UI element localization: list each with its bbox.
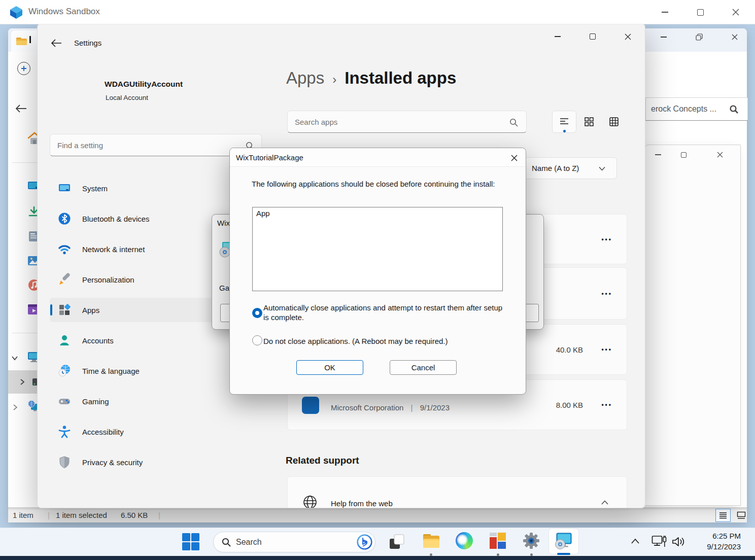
bg-window-minimize-button[interactable] bbox=[648, 148, 668, 161]
sandbox-minimize-button[interactable] bbox=[653, 4, 677, 20]
explorer-restore-button[interactable] bbox=[689, 29, 709, 45]
breadcrumb: Apps › Installed apps bbox=[286, 68, 456, 88]
more-options-button[interactable]: ••• bbox=[601, 401, 612, 408]
dialog-close-button[interactable] bbox=[504, 150, 524, 166]
chevron-down-icon[interactable] bbox=[11, 355, 18, 361]
back-arrow-icon[interactable] bbox=[14, 103, 27, 114]
background-window bbox=[644, 145, 741, 506]
settings-taskbar-button[interactable] bbox=[522, 532, 540, 550]
network-tray-icon[interactable] bbox=[651, 535, 667, 549]
sidebar-item-label: System bbox=[82, 184, 108, 193]
sandbox-titlebar: Windows Sandbox bbox=[0, 0, 755, 24]
tray-date-value: 9/12/2023 bbox=[688, 541, 741, 552]
files-in-use-dialog: WixTutorialPackage The following applica… bbox=[229, 148, 526, 395]
selected-tree-row[interactable] bbox=[8, 370, 39, 394]
applications-listbox[interactable]: App bbox=[252, 207, 503, 291]
close-icon bbox=[732, 9, 739, 16]
grid-view-icon bbox=[585, 117, 594, 126]
bg-window-close-button[interactable] bbox=[710, 148, 730, 161]
sidebar-item-accessibility[interactable]: Accessibility bbox=[50, 419, 262, 444]
bg-window-maximize-button[interactable] bbox=[673, 148, 694, 161]
list-view-icon bbox=[560, 118, 569, 126]
search-icon bbox=[729, 104, 739, 114]
listbox-item[interactable]: App bbox=[253, 207, 502, 219]
tab-title-fragment bbox=[29, 36, 31, 43]
active-app-indicator bbox=[557, 553, 570, 555]
edge-taskbar-button[interactable] bbox=[455, 532, 473, 550]
sidebar-item-label: Bluetooth & devices bbox=[82, 215, 150, 223]
radio-do-not-close[interactable] bbox=[252, 335, 262, 345]
sort-value: Name (A to Z) bbox=[532, 164, 579, 172]
explorer-search-box[interactable] bbox=[645, 97, 748, 121]
explorer-search-input[interactable] bbox=[651, 104, 727, 114]
sandbox-maximize-button[interactable] bbox=[688, 4, 712, 20]
close-icon bbox=[732, 34, 738, 40]
more-options-button[interactable]: ••• bbox=[601, 346, 612, 353]
sidebar-item-label: Apps bbox=[82, 306, 99, 314]
brush-icon bbox=[58, 273, 71, 286]
task-view-button[interactable] bbox=[388, 533, 406, 551]
installer-taskbar-button[interactable] bbox=[549, 529, 578, 554]
maximize-icon bbox=[681, 152, 687, 158]
search-icon bbox=[222, 538, 231, 547]
more-options-button[interactable]: ••• bbox=[601, 290, 612, 297]
file-explorer-taskbar-button[interactable] bbox=[422, 532, 441, 551]
sidebar-item-label: Accounts bbox=[82, 336, 114, 345]
breadcrumb-chevron: › bbox=[324, 73, 345, 87]
table-view-icon bbox=[609, 117, 619, 126]
more-options-button[interactable]: ••• bbox=[601, 236, 612, 243]
help-from-web-card[interactable]: Help from the web bbox=[287, 476, 627, 508]
thumbnail-view-button[interactable] bbox=[734, 509, 749, 522]
settings-window-title: Settings bbox=[74, 39, 101, 47]
details-view-button[interactable] bbox=[715, 509, 731, 522]
help-card-title: Help from the web bbox=[331, 499, 393, 508]
explorer-close-button[interactable] bbox=[725, 29, 745, 45]
minimize-icon bbox=[661, 37, 667, 38]
radio-auto-close-label[interactable]: Automatically close applications and att… bbox=[263, 303, 503, 322]
app-size: 40.0 KB bbox=[556, 345, 583, 354]
settings-close-button[interactable] bbox=[616, 29, 639, 44]
settings-back-button[interactable] bbox=[51, 39, 62, 48]
settings-maximize-button[interactable] bbox=[581, 29, 604, 44]
system-icon bbox=[58, 182, 71, 195]
active-view-dot bbox=[563, 130, 566, 132]
new-tab-button[interactable] bbox=[17, 62, 30, 75]
chevron-down-icon bbox=[599, 166, 605, 171]
chevron-right-icon-2[interactable] bbox=[12, 404, 18, 411]
chevron-up-icon[interactable] bbox=[601, 500, 608, 505]
tiles-app-taskbar-button[interactable] bbox=[489, 532, 507, 550]
installer-monitor-disc-icon bbox=[554, 532, 573, 551]
explorer-minimize-button[interactable] bbox=[654, 29, 674, 45]
start-button[interactable] bbox=[182, 533, 200, 551]
sidebar-item-label: Privacy & security bbox=[82, 458, 143, 467]
running-indicator-dot bbox=[530, 553, 533, 556]
dialog-title: WixTutorialPackage bbox=[236, 153, 303, 162]
status-item-count: 1 item bbox=[13, 511, 33, 519]
account-type: Local Account bbox=[106, 94, 148, 101]
tray-chevron-up-icon[interactable] bbox=[631, 538, 640, 545]
radio-auto-close[interactable] bbox=[252, 308, 262, 318]
settings-minimize-button[interactable] bbox=[546, 29, 569, 44]
sidebar-item-privacy[interactable]: Privacy & security bbox=[50, 450, 262, 474]
close-icon bbox=[511, 155, 518, 161]
tray-time-value: 6:25 PM bbox=[688, 531, 741, 541]
tray-clock[interactable]: 6:25 PM 9/12/2023 bbox=[688, 531, 741, 552]
status-divider-2: | bbox=[158, 511, 160, 519]
dialog-message: The following applications should be clo… bbox=[252, 180, 495, 188]
breadcrumb-apps[interactable]: Apps bbox=[286, 68, 324, 88]
taskbar bbox=[0, 528, 755, 560]
app-publisher-line: Microsoft Corporation | 9/1/2023 bbox=[331, 403, 450, 412]
cancel-button[interactable]: Cancel bbox=[390, 360, 457, 375]
list-view-button[interactable] bbox=[552, 111, 576, 133]
sandbox-close-button[interactable] bbox=[724, 4, 748, 20]
ok-button[interactable]: OK bbox=[296, 360, 363, 375]
radio-do-not-close-label[interactable]: Do not close applications. (A Reboot may… bbox=[263, 336, 507, 346]
taskbar-search[interactable]: Search bbox=[213, 532, 375, 552]
apps-icon bbox=[58, 303, 71, 317]
grid-view-button[interactable] bbox=[577, 111, 601, 133]
table-view-button[interactable] bbox=[602, 111, 626, 133]
sidebar-divider-2 bbox=[12, 333, 39, 333]
volume-tray-icon[interactable] bbox=[672, 536, 686, 548]
search-apps-input[interactable] bbox=[288, 111, 526, 132]
app-icon bbox=[302, 397, 319, 414]
